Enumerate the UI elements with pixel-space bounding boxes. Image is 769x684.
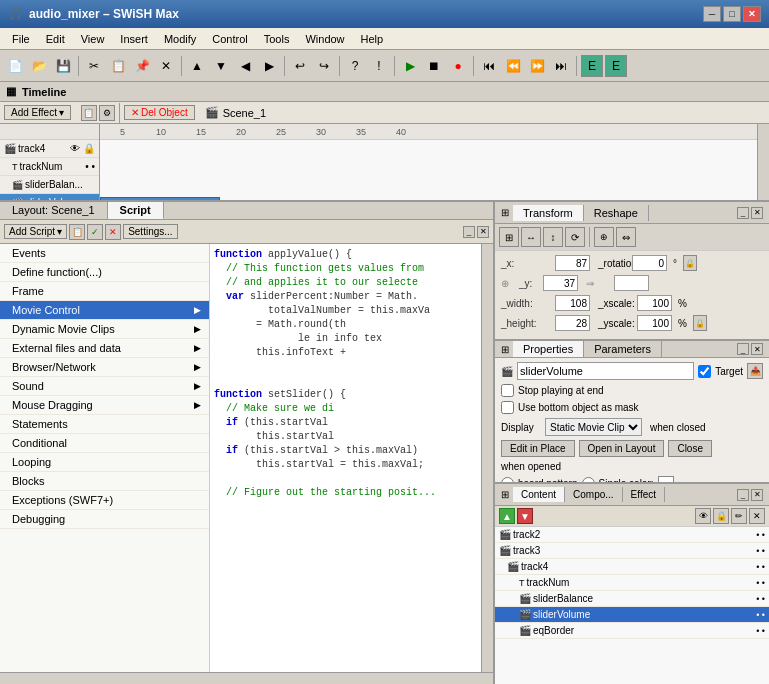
arrow-right-button[interactable]: ▶ (258, 55, 280, 77)
open-button[interactable]: 📂 (28, 55, 50, 77)
event-events[interactable]: Events (0, 244, 209, 263)
content-item-trackNum[interactable]: T trackNum • • (495, 575, 769, 591)
menu-tools[interactable]: Tools (256, 31, 298, 47)
edit-in-place-button[interactable]: Edit in Place (501, 440, 575, 457)
arrow-left-button[interactable]: ◀ (234, 55, 256, 77)
content-item-sliderVolume[interactable]: 🎬 sliderVolume • • (495, 607, 769, 623)
save-button[interactable]: 💾 (52, 55, 74, 77)
tab-compo[interactable]: Compo... (565, 487, 623, 502)
tab-transform[interactable]: Transform (513, 205, 584, 221)
event-debugging[interactable]: Debugging (0, 510, 209, 529)
content-up-btn[interactable]: ▲ (499, 508, 515, 524)
menu-help[interactable]: Help (353, 31, 392, 47)
add-script-button[interactable]: Add Script ▾ (4, 224, 67, 239)
delete-button[interactable]: ✕ (155, 55, 177, 77)
tab-effect[interactable]: Effect (623, 487, 665, 502)
tab-properties[interactable]: Properties (513, 341, 584, 357)
content-item-eqBorder[interactable]: 🎬 eqBorder • • (495, 623, 769, 639)
transform-icon-4[interactable]: ⟳ (565, 227, 585, 247)
content-collapse[interactable]: _ (737, 489, 749, 501)
event-statements[interactable]: Statements (0, 415, 209, 434)
panel-close[interactable]: ✕ (477, 226, 489, 238)
record-button[interactable]: ● (447, 55, 469, 77)
stop-playing-checkbox[interactable] (501, 384, 514, 397)
content-item-track3[interactable]: 🎬 track3 • • (495, 543, 769, 559)
timeline-icon2[interactable]: ⚙ (99, 105, 115, 121)
copy-button[interactable]: 📋 (107, 55, 129, 77)
color-swatch[interactable] (658, 476, 674, 482)
content-lock[interactable]: 🔒 (713, 508, 729, 524)
menu-view[interactable]: View (73, 31, 113, 47)
stop-button[interactable]: ⏹ (423, 55, 445, 77)
beginning-button[interactable]: ⏮ (478, 55, 500, 77)
undo-button[interactable]: ↩ (289, 55, 311, 77)
event-blocks[interactable]: Blocks (0, 472, 209, 491)
event-dynamic-movie[interactable]: Dynamic Movie Clips ▶ (0, 320, 209, 339)
flip-h-icon[interactable]: ⇔ (616, 227, 636, 247)
next-button[interactable]: ⏩ (526, 55, 548, 77)
content-close[interactable]: ✕ (751, 489, 763, 501)
tab-parameters[interactable]: Parameters (584, 341, 662, 357)
xscale-input[interactable] (637, 295, 672, 311)
new-button[interactable]: 📄 (4, 55, 26, 77)
props-collapse[interactable]: _ (737, 343, 749, 355)
redo-button[interactable]: ↪ (313, 55, 335, 77)
event-movie-control[interactable]: Movie Control ▶ (0, 301, 209, 320)
event-frame[interactable]: Frame (0, 282, 209, 301)
transform-icon-1[interactable]: ⊞ (499, 227, 519, 247)
single-color-radio[interactable] (582, 477, 595, 483)
event-browser[interactable]: Browser/Network ▶ (0, 358, 209, 377)
content-item-sliderBalance[interactable]: 🎬 sliderBalance • • (495, 591, 769, 607)
props-icon[interactable]: 📤 (747, 363, 763, 379)
paste-button[interactable]: 📌 (131, 55, 153, 77)
menu-control[interactable]: Control (204, 31, 255, 47)
props-close[interactable]: ✕ (751, 343, 763, 355)
target-checkbox[interactable] (698, 365, 711, 378)
del-object-button[interactable]: ✕ Del Object (124, 105, 195, 120)
transform-icon-3[interactable]: ↕ (543, 227, 563, 247)
script-scrollbar-h[interactable] (0, 672, 493, 684)
width-input[interactable] (555, 295, 590, 311)
settings-button[interactable]: Settings... (123, 224, 177, 239)
y-input[interactable] (543, 275, 578, 291)
content-delete[interactable]: ✕ (749, 508, 765, 524)
menu-window[interactable]: Window (297, 31, 352, 47)
rotation-input[interactable] (632, 255, 667, 271)
arrow-down-button[interactable]: ▼ (210, 55, 232, 77)
info-button[interactable]: ! (368, 55, 390, 77)
menu-edit[interactable]: Edit (38, 31, 73, 47)
timeline-scrollbar-v[interactable] (757, 124, 769, 200)
instance-name-input[interactable] (517, 362, 694, 380)
code-editor[interactable]: function applyValue() { // This function… (210, 244, 481, 672)
display-select[interactable]: Static Movie Clip (545, 418, 642, 436)
tab-content[interactable]: Content (513, 487, 565, 502)
lock-icon[interactable]: 🔒 (683, 255, 697, 271)
code-scrollbar-v[interactable] (481, 244, 493, 672)
open-in-layout-button[interactable]: Open in Layout (579, 440, 665, 457)
origin-icon[interactable]: ⊕ (594, 227, 614, 247)
content-item-track4[interactable]: 🎬 track4 • • (495, 559, 769, 575)
menu-modify[interactable]: Modify (156, 31, 204, 47)
x-input[interactable] (555, 255, 590, 271)
export1-button[interactable]: E (581, 55, 603, 77)
use-bottom-checkbox[interactable] (501, 401, 514, 414)
y-extra-input[interactable] (614, 275, 649, 291)
play-button[interactable]: ▶ (399, 55, 421, 77)
content-down-btn[interactable]: ▼ (517, 508, 533, 524)
script-x[interactable]: ✕ (105, 224, 121, 240)
cut-button[interactable]: ✂ (83, 55, 105, 77)
menu-file[interactable]: File (4, 31, 38, 47)
event-exceptions[interactable]: Exceptions (SWF7+) (0, 491, 209, 510)
tab-layout[interactable]: Layout: Scene_1 (0, 202, 108, 219)
export2-button[interactable]: E (605, 55, 627, 77)
transform-icon-2[interactable]: ↔ (521, 227, 541, 247)
prev-button[interactable]: ⏪ (502, 55, 524, 77)
lock-scale-icon[interactable]: 🔒 (693, 315, 707, 331)
panel-collapse[interactable]: _ (463, 226, 475, 238)
event-mouse-dragging[interactable]: Mouse Dragging ▶ (0, 396, 209, 415)
event-define-function[interactable]: Define function(...) (0, 263, 209, 282)
maximize-button[interactable]: □ (723, 6, 741, 22)
arrow-up-button[interactable]: ▲ (186, 55, 208, 77)
minimize-button[interactable]: ─ (703, 6, 721, 22)
event-sound[interactable]: Sound ▶ (0, 377, 209, 396)
